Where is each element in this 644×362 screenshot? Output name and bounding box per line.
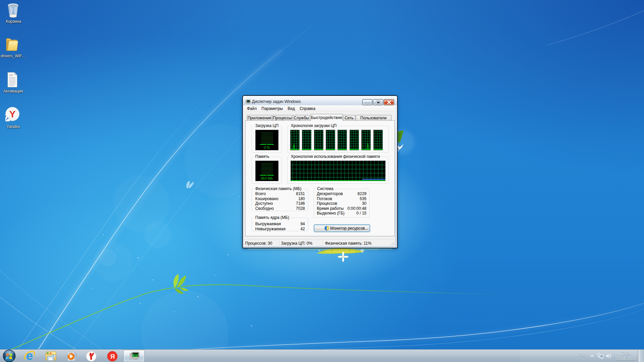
- svg-text:Y: Y: [9, 109, 16, 119]
- svg-text:e: e: [26, 350, 33, 362]
- svg-text:Я: Я: [110, 353, 115, 360]
